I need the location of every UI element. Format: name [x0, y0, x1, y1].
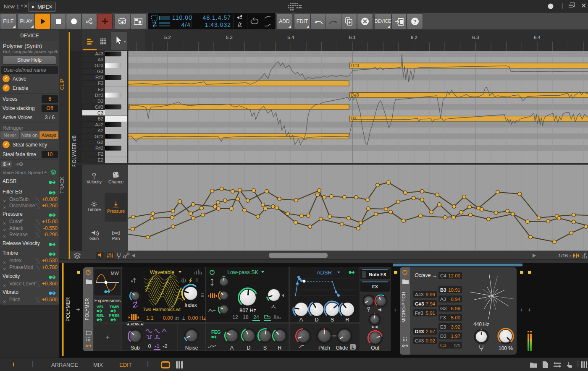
svg-text:POLYMER #6: POLYMER #6	[71, 135, 77, 167]
svg-text:0: 0	[148, 343, 151, 349]
svg-text:E3: E3	[440, 324, 446, 329]
svg-text:10.91: 10.91	[448, 287, 460, 293]
svg-text:PRES: PRES	[109, 313, 120, 318]
svg-text:?: ?	[413, 18, 417, 25]
svg-text:CLIP: CLIP	[59, 79, 65, 90]
svg-text:+: +	[528, 306, 532, 313]
svg-text:Two Harmonics.wt: Two Harmonics.wt	[143, 307, 181, 312]
svg-text:A#3: A#3	[95, 51, 103, 56]
svg-text:Chance: Chance	[108, 179, 123, 184]
svg-text:TRACK: TRACK	[59, 177, 65, 194]
svg-text:1.97: 1.97	[451, 334, 460, 339]
svg-text:Wavetable: Wavetable	[150, 269, 175, 275]
svg-text:A: A	[230, 345, 234, 351]
svg-text:FEG: FEG	[211, 329, 221, 334]
svg-text:6.99: 6.99	[451, 306, 460, 311]
svg-text:1:1: 1:1	[146, 315, 153, 321]
svg-text:F3: F3	[98, 81, 103, 86]
svg-text:Out: Out	[371, 345, 380, 351]
svg-text:6.2: 6.2	[411, 35, 417, 40]
svg-text:F3: F3	[440, 315, 446, 320]
svg-text:MW: MW	[110, 271, 119, 276]
svg-text:E2: E2	[98, 157, 103, 162]
svg-text:B3: B3	[440, 287, 446, 293]
svg-text:7.94: 7.94	[426, 301, 436, 306]
svg-text:12.00: 12.00	[448, 273, 460, 278]
svg-text:+: +	[520, 306, 524, 313]
svg-text:F#3: F#3	[95, 75, 103, 80]
svg-text:E3: E3	[98, 87, 103, 92]
svg-text:D#3: D#3	[415, 329, 424, 334]
svg-text:VEL: VEL	[97, 304, 105, 309]
svg-text:C#3: C#3	[95, 105, 103, 110]
svg-text:Velocity: Velocity	[87, 179, 102, 184]
svg-text:F2: F2	[98, 152, 103, 157]
svg-text:Low-pass SK: Low-pass SK	[227, 269, 258, 275]
svg-text:C3: C3	[97, 110, 103, 115]
svg-text:+: +	[76, 306, 80, 313]
svg-text:1/16: 1/16	[559, 253, 568, 258]
svg-text:5.4: 5.4	[287, 35, 294, 40]
svg-text:5.91: 5.91	[426, 311, 435, 316]
svg-text:5.3: 5.3	[226, 35, 233, 40]
svg-text:F#2: F#2	[95, 146, 103, 151]
svg-text:+: +	[105, 333, 110, 341]
svg-text:MICRO-PITCH: MICRO-PITCH	[401, 292, 406, 322]
svg-text:12: 12	[232, 314, 238, 320]
svg-text:Glide: Glide	[336, 345, 348, 351]
svg-text:st: st	[175, 316, 179, 321]
svg-text:Pan: Pan	[112, 236, 120, 241]
svg-text:Expressions: Expressions	[94, 298, 121, 303]
svg-text:TIMB: TIMB	[109, 304, 119, 309]
svg-text:R: R	[345, 316, 349, 323]
svg-text:D3: D3	[440, 334, 446, 339]
svg-text:440 Hz: 440 Hz	[473, 321, 489, 327]
svg-text:6.4: 6.4	[534, 35, 541, 40]
svg-text:Sub: Sub	[131, 345, 140, 351]
svg-text:B2: B2	[98, 116, 103, 121]
svg-text:Index: Index	[184, 302, 197, 308]
svg-text:0.92: 0.92	[426, 338, 435, 343]
svg-text:POLYMER: POLYMER	[65, 297, 71, 321]
svg-text:A3: A3	[98, 57, 103, 62]
svg-text:Pressure: Pressure	[107, 209, 125, 214]
svg-text:B2: B2	[351, 116, 357, 121]
svg-text:6.1: 6.1	[349, 35, 356, 40]
svg-text:Note FX: Note FX	[369, 272, 386, 277]
svg-text:24: 24	[253, 314, 259, 320]
svg-text:G2: G2	[97, 140, 103, 145]
svg-text:R: R	[278, 345, 281, 351]
svg-text:REL: REL	[97, 313, 105, 318]
svg-text:w: w	[89, 21, 93, 25]
svg-text:L: L	[352, 345, 354, 350]
svg-text:6.3: 6.3	[472, 35, 479, 40]
svg-text:Octave →: Octave →	[415, 272, 437, 278]
svg-text:2.97: 2.97	[426, 329, 435, 334]
svg-text:FX: FX	[372, 284, 378, 289]
svg-text:A3: A3	[440, 297, 446, 302]
svg-text:3.92: 3.92	[451, 324, 460, 329]
svg-text:POLYMER: POLYMER	[84, 298, 89, 320]
svg-text:Gain: Gain	[89, 236, 99, 241]
svg-text:-1: -1	[155, 343, 160, 349]
svg-text:1/1: 1/1	[454, 343, 460, 348]
svg-text:C4: C4	[440, 273, 446, 278]
svg-text:A#2: A#2	[95, 122, 103, 127]
svg-text:100 %: 100 %	[499, 345, 513, 351]
svg-text:A2: A2	[98, 128, 103, 133]
svg-text:G3: G3	[97, 69, 103, 74]
svg-text:S: S	[331, 316, 334, 323]
svg-text:18: 18	[243, 314, 249, 320]
svg-text:8.94: 8.94	[451, 297, 461, 302]
svg-text:G3: G3	[440, 306, 446, 311]
svg-text:D: D	[315, 316, 318, 323]
svg-text:G#2: G#2	[94, 134, 103, 139]
svg-text:+: +	[394, 306, 397, 313]
svg-text:G#3: G#3	[415, 301, 424, 306]
svg-text:S: S	[263, 345, 267, 351]
svg-text:D3: D3	[97, 99, 103, 104]
svg-text:C#3: C#3	[415, 338, 424, 343]
svg-text:C3: C3	[440, 343, 446, 348]
svg-text:ADSR: ADSR	[317, 269, 332, 276]
svg-text:Timbre: Timbre	[87, 207, 101, 212]
